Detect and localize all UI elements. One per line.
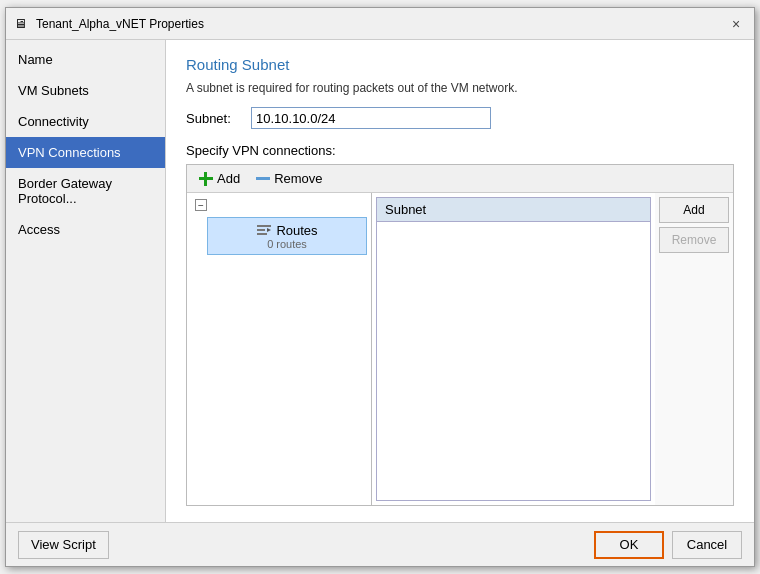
content-area: Routing Subnet A subnet is required for … (166, 40, 754, 522)
subnet-table-header: Subnet (376, 197, 651, 222)
sidebar-item-border-gateway[interactable]: Border Gateway Protocol... (6, 168, 165, 214)
sidebar: Name VM Subnets Connectivity VPN Connect… (6, 40, 166, 522)
svg-marker-3 (267, 228, 271, 232)
subnet-table-body (376, 222, 651, 501)
vpn-panel: Add Remove − (186, 164, 734, 506)
section-desc: A subnet is required for routing packets… (186, 81, 734, 95)
dialog-window: 🖥 Tenant_Alpha_vNET Properties × Name VM… (5, 7, 755, 567)
vpn-content: − (187, 193, 733, 505)
svg-rect-0 (257, 225, 271, 227)
subnet-input[interactable] (251, 107, 491, 129)
footer-right: OK Cancel (594, 531, 742, 559)
dialog-body: Name VM Subnets Connectivity VPN Connect… (6, 40, 754, 522)
svg-rect-2 (257, 233, 267, 235)
subnet-table-panel: Subnet (372, 193, 655, 505)
section-title: Routing Subnet (186, 56, 734, 73)
remove-icon (256, 177, 270, 180)
app-icon: 🖥 (14, 16, 30, 32)
table-remove-button[interactable]: Remove (659, 227, 729, 253)
svg-rect-1 (257, 229, 265, 231)
routes-label: Routes (276, 223, 317, 238)
footer-left: View Script (18, 531, 109, 559)
sidebar-item-vm-subnets[interactable]: VM Subnets (6, 75, 165, 106)
view-script-button[interactable]: View Script (18, 531, 109, 559)
vpn-remove-button[interactable]: Remove (250, 169, 328, 188)
vpn-add-button[interactable]: Add (193, 169, 246, 188)
table-add-button[interactable]: Add (659, 197, 729, 223)
vpn-remove-label: Remove (274, 171, 322, 186)
tree-collapse-button[interactable]: − (195, 199, 207, 211)
routes-icon (256, 222, 272, 238)
vpn-connections-label: Specify VPN connections: (186, 143, 734, 158)
ok-button[interactable]: OK (594, 531, 664, 559)
dialog-title: Tenant_Alpha_vNET Properties (36, 17, 204, 31)
add-icon (199, 172, 213, 186)
title-bar: 🖥 Tenant_Alpha_vNET Properties × (6, 8, 754, 40)
subnet-label: Subnet: (186, 111, 241, 126)
tree-collapse-row[interactable]: − (191, 197, 367, 213)
side-buttons: Add Remove (655, 193, 733, 505)
close-button[interactable]: × (726, 14, 746, 34)
subnet-row: Subnet: (186, 107, 734, 129)
sidebar-item-access[interactable]: Access (6, 214, 165, 245)
tree-routes-item[interactable]: Routes 0 routes (207, 217, 367, 255)
dialog-footer: View Script OK Cancel (6, 522, 754, 566)
vpn-toolbar: Add Remove (187, 165, 733, 193)
vpn-add-label: Add (217, 171, 240, 186)
routes-sub: 0 routes (267, 238, 307, 250)
subnet-column-header: Subnet (385, 202, 426, 217)
title-bar-left: 🖥 Tenant_Alpha_vNET Properties (14, 16, 204, 32)
sidebar-item-name[interactable]: Name (6, 44, 165, 75)
tree-panel: − (187, 193, 372, 505)
sidebar-item-connectivity[interactable]: Connectivity (6, 106, 165, 137)
sidebar-item-vpn-connections[interactable]: VPN Connections (6, 137, 165, 168)
cancel-button[interactable]: Cancel (672, 531, 742, 559)
